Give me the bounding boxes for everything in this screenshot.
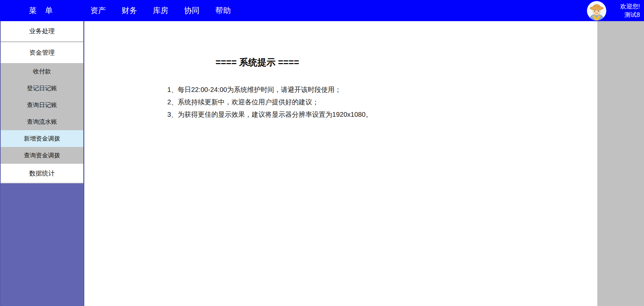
nav-item-warehouse[interactable]: 库房 bbox=[153, 5, 168, 16]
sidebar-item-data-statistics[interactable]: 数据统计 bbox=[1, 164, 83, 184]
nav-item-help[interactable]: 帮助 bbox=[215, 5, 231, 16]
system-tips-title: ==== 系统提示 ==== bbox=[84, 56, 430, 68]
sidebar-item-query-running-account[interactable]: 查询流水账 bbox=[1, 113, 83, 130]
welcome-text: 欢迎您! 测试8 bbox=[620, 0, 640, 21]
nav-item-finance[interactable]: 财务 bbox=[122, 5, 137, 16]
nav-item-collaboration[interactable]: 协同 bbox=[184, 5, 200, 16]
sidebar-item-query-journal[interactable]: 查询日记账 bbox=[1, 97, 83, 113]
sidebar-item-business-processing[interactable]: 业务处理 bbox=[1, 21, 83, 42]
menu-brand[interactable]: 菜 单 bbox=[29, 0, 53, 21]
main-content: ==== 系统提示 ==== 1、每日22:00-24:00为系统维护时间，请避… bbox=[84, 21, 597, 306]
notice-maintenance: 1、每日22:00-24:00为系统维护时间，请避开该时段使用； bbox=[167, 84, 372, 96]
notice-resolution: 3、为获得更佳的显示效果，建议将显示器分辨率设置为1920x1080。 bbox=[167, 108, 372, 121]
notice-updates: 2、系统持续更新中，欢迎各位用户提供好的建议； bbox=[167, 96, 372, 108]
app-header: 菜 单 资产 财务 库房 协同 帮助 欢迎您! 测试8 bbox=[0, 0, 644, 21]
sidebar-item-funds-management[interactable]: 资金管理 bbox=[1, 42, 83, 63]
sidebar-item-query-fund-transfer[interactable]: 查询资金调拨 bbox=[1, 147, 83, 164]
farmer-avatar-icon[interactable] bbox=[587, 1, 606, 20]
welcome-greeting: 欢迎您! bbox=[620, 2, 640, 11]
sidebar-item-new-fund-transfer[interactable]: 新增资金调拨 bbox=[1, 130, 83, 147]
nav-item-assets[interactable]: 资产 bbox=[90, 5, 106, 16]
notice-list: 1、每日22:00-24:00为系统维护时间，请避开该时段使用； 2、系统持续更… bbox=[167, 84, 372, 121]
sidebar-item-register-journal[interactable]: 登记日记账 bbox=[1, 80, 83, 97]
sidebar-item-receipts-payments[interactable]: 收付款 bbox=[1, 63, 83, 80]
top-nav: 资产 财务 库房 协同 帮助 bbox=[90, 0, 231, 21]
sidebar: 业务处理 资金管理 收付款 登记日记账 查询日记账 查询流水账 新增资金调拨 查… bbox=[0, 21, 84, 306]
right-gutter bbox=[597, 21, 644, 306]
welcome-username: 测试8 bbox=[625, 11, 640, 19]
